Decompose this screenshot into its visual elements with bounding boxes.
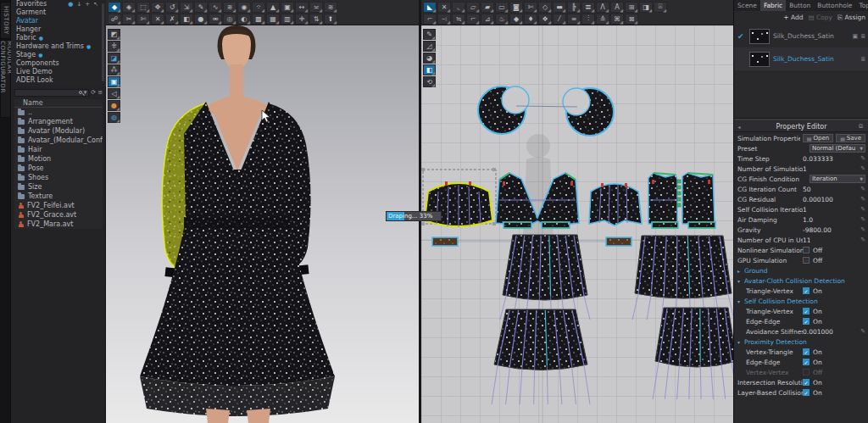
edit-pencil-icon[interactable]: ✎ [859, 165, 865, 172]
checkbox-icon[interactable]: ✓ [803, 308, 810, 314]
property-value[interactable]: 0.033333 [803, 155, 855, 163]
tape-tool-icon[interactable]: ≍◢ [309, 2, 323, 13]
sidebar-item-live-demo[interactable]: Live Demo [11, 68, 106, 76]
ruler-3d-icon[interactable]: ✗◢ [165, 14, 179, 25]
basting-icon[interactable]: ⊠◢ [625, 14, 638, 25]
stylize-icon[interactable]: ◁◢ [108, 88, 120, 99]
grid-baseline-icon[interactable]: ⊞◢ [625, 2, 638, 13]
property-row-intersection-resolution[interactable]: Intersection Resolution✓On [734, 377, 868, 387]
save-button[interactable]: ▤Save [836, 134, 865, 142]
tuck-tool-icon[interactable]: ◆◢ [509, 14, 523, 25]
edit-pattern-tool-icon[interactable]: ✕◢ [437, 2, 451, 13]
open-button[interactable]: ▤Open [803, 134, 833, 142]
property-value[interactable]: 0.001000 [803, 328, 855, 336]
property-row-air-damping[interactable]: Air Damping1.0✎ [734, 214, 868, 225]
pleat-fold-icon[interactable]: ≙◢ [596, 14, 609, 25]
pattern-piece-collar-right[interactable] [563, 88, 614, 136]
property-row-simulation-properties[interactable]: Simulation Properties▤Open▤Save [734, 133, 868, 143]
trace-tool-icon[interactable]: ◇◢ [538, 2, 552, 13]
notch-tool-icon[interactable]: ╠◢ [567, 2, 581, 13]
add-button[interactable]: + Add [783, 14, 803, 21]
grading-icon[interactable]: 〓◢ [581, 2, 595, 13]
property-row-avatar-cloth-collision-detection[interactable]: ▾Avatar-Cloth Collision Detection [734, 276, 868, 286]
property-dropdown[interactable]: Iteration▼ [810, 175, 865, 183]
pattern-piece-back-right[interactable] [682, 173, 715, 224]
pattern-piece-skirt-bottom-right[interactable] [653, 308, 733, 399]
tab-button[interactable]: Button [786, 0, 814, 11]
property-row-cg-residual[interactable]: CG Residual0.000100✎ [734, 194, 868, 204]
library-search-input[interactable]: ▾ [14, 89, 89, 97]
sewing-2d-icon[interactable]: ⌐◢ [423, 14, 437, 25]
tab-modular-configurator[interactable]: MODULAR CONFIGURATOR [0, 40, 11, 118]
file-item[interactable]: FV2_Grace.avt [14, 210, 103, 220]
edit-sewing-2d-icon[interactable]: ⌐◢ [466, 14, 480, 25]
property-row-self-collision-iteration-count[interactable]: Self Collision Iteration Count1✎ [734, 204, 868, 214]
library-scrollbar[interactable] [102, 3, 104, 81]
topstitch-3d-icon[interactable]: ◎◢ [223, 14, 236, 25]
checkbox-icon[interactable] [803, 257, 810, 264]
scale-gizmo-icon[interactable]: ⇲◢ [180, 2, 193, 13]
pose-tool-icon[interactable]: ⁂◢ [108, 64, 120, 75]
texture-tool-icon[interactable]: ◧◢ [180, 14, 193, 25]
sync-2d-icon[interactable]: ⟲◢ [423, 76, 436, 87]
file-item[interactable]: Hair [14, 145, 103, 154]
edit-pencil-icon[interactable]: ✎ [859, 206, 865, 213]
rotate-gizmo-icon[interactable]: ↺◢ [165, 2, 179, 13]
measure-tool-icon[interactable]: ↔◢ [295, 2, 309, 13]
copy-button[interactable]: ▤ Copy [809, 14, 833, 21]
edit-curvature-icon[interactable]: ◟◢ [452, 2, 465, 13]
sidebar-item-garment[interactable]: Garment [11, 8, 106, 17]
add-point-icon[interactable]: ▱◢ [466, 2, 480, 13]
scissors-3d-icon[interactable]: ✂◢ [122, 14, 136, 25]
property-row-vertex-vertex[interactable]: Vertex-VertexOff [734, 367, 868, 377]
download-icon[interactable]: ↓ [76, 1, 81, 8]
property-row-cg-iteration-count[interactable]: CG Iteration Count50✎ [734, 184, 868, 194]
edit-pencil-icon[interactable]: ✎ [859, 328, 865, 335]
property-row-vertex-triangle[interactable]: Vertex-Triangle✓On [734, 347, 868, 357]
wind-tool-icon[interactable]: ≋◢ [324, 2, 337, 13]
seam-allowance-icon[interactable]: ▬◢ [553, 2, 566, 13]
pen-2d-icon[interactable]: ✎◢ [423, 29, 436, 40]
view-cube-icon[interactable]: ◩◢ [108, 29, 120, 40]
mn-sewing-icon[interactable]: ≒◢ [452, 14, 465, 25]
fabric-option-icon[interactable]: ≣ [860, 56, 865, 63]
pattern-piece-back-left[interactable] [648, 173, 677, 224]
pattern-annotation-icon[interactable]: A◢ [610, 2, 624, 13]
tab-topstitch[interactable]: Topstitch [855, 0, 868, 11]
property-row-avoidance-stiffness[interactable]: Avoidance Stiffness0.001000✎ [734, 326, 868, 337]
circle-tool-icon[interactable]: ◙◢ [509, 2, 523, 13]
collapse-icon[interactable]: ◂ [734, 124, 744, 130]
fold-arrangement-icon[interactable]: ⊿◢ [481, 14, 494, 25]
dart-tool-icon[interactable]: ✄◢ [524, 2, 537, 13]
layer-view-icon[interactable]: ▦◢ [266, 14, 280, 25]
file-item[interactable]: .. [14, 108, 103, 117]
tab-scene[interactable]: Scene [734, 0, 760, 11]
property-dropdown[interactable]: Normal (Defau▼ [810, 144, 865, 153]
edit-pencil-icon[interactable]: ✎ [859, 226, 865, 233]
assign-button[interactable]: ⎘ Assign [837, 14, 865, 22]
sidebar-item-hanger[interactable]: Hanger [11, 25, 106, 34]
property-row-triangle-vertex[interactable]: Triangle-Vertex✓On [734, 286, 868, 296]
property-row-layer-based-collision-detection[interactable]: Layer-Based Collision Detection✓On [734, 387, 868, 398]
show-sphere-icon[interactable]: ◍◢ [108, 112, 120, 123]
sidebar-item-hardware-and-trims[interactable]: Hardware and Trims● [11, 42, 106, 51]
eraser-2d-icon[interactable]: ◿◢ [423, 41, 436, 52]
sync-badge-icon[interactable]: ● [68, 1, 73, 8]
property-row-ground[interactable]: ▸Ground [734, 265, 868, 276]
property-value[interactable]: 1 [803, 165, 855, 173]
grain-tool-icon[interactable]: ⇅◢ [309, 14, 323, 25]
sidebar-item-components[interactable]: Components [11, 59, 106, 68]
shirring-icon[interactable]: ♦◢ [524, 14, 537, 25]
edit-sewing-tool-icon[interactable]: ∿◢ [209, 2, 222, 13]
property-row-self-collision-detection[interactable]: ▾Self Collision Detection [734, 296, 868, 306]
pattern-piece-bodice-middle[interactable] [589, 183, 642, 225]
edit-pencil-icon[interactable]: ✎ [859, 186, 865, 192]
property-row-number-of-simulation[interactable]: Number of Simulation1✎ [734, 164, 868, 174]
binding-tool-icon[interactable]: ≡◢ [567, 14, 581, 25]
uv-view-icon[interactable]: ▥◢ [281, 14, 294, 25]
print-layout-icon[interactable]: ⍓◢ [654, 2, 667, 13]
simulate-tool-icon[interactable]: ◆◢ [108, 2, 121, 13]
viewport-3d[interactable]: ◆◢◈◢⬚◢✥◢↺◢⇲◢✎◢∿◢≋◢◉◢⁘◢▲◢▣◢↔◢≍◢≋◢ ☍◢✂◢✄◢✕… [106, 0, 419, 423]
show-avatar-icon[interactable]: ●◢ [108, 100, 120, 111]
edit-pencil-icon[interactable]: ✎ [859, 155, 865, 162]
